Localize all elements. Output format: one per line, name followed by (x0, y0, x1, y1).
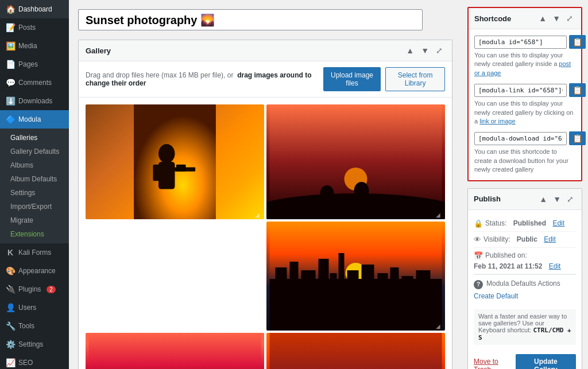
published-label: Published on: (485, 251, 527, 259)
visibility-value: Public (517, 235, 537, 243)
shortcode-group-2: 📋 You can use this to display your newly… (474, 83, 575, 126)
plugins-badge: 2 (47, 286, 56, 293)
shortcode-input-1[interactable] (474, 36, 567, 49)
submenu-albums[interactable]: Albums (0, 158, 69, 172)
shortcode-panel-controls: ▲ ▼ ⤢ (536, 13, 575, 24)
sidebar-item-media[interactable]: 🖼️ Media (0, 37, 69, 55)
submenu-extensions[interactable]: Extensions (0, 227, 69, 241)
gallery-header: Gallery ▲ ▼ ⤢ (79, 40, 452, 61)
pages-icon: 📄 (6, 60, 15, 69)
sidebar-item-kali-forms[interactable]: K Kali Forms (0, 243, 69, 262)
publish-collapse-up[interactable]: ▲ (537, 193, 550, 205)
svg-rect-14 (340, 204, 349, 218)
submenu-gallery-defaults[interactable]: Gallery Defaults (0, 145, 69, 158)
sidebar-item-comments[interactable]: 💬 Comments (0, 73, 69, 92)
gallery-drag-text: Drag and drop files here (max 16 MB per … (86, 71, 323, 87)
submenu-migrate[interactable]: Migrate (0, 213, 69, 227)
submenu-galleries[interactable]: Galleries (0, 131, 69, 145)
svg-rect-23 (339, 253, 345, 331)
tools-icon: 🔧 (6, 321, 15, 331)
shortcode-input-2[interactable] (474, 84, 567, 97)
status-edit-link[interactable]: Edit (552, 219, 564, 227)
media-icon: 🖼️ (6, 41, 15, 51)
sidebar-item-seo[interactable]: 📈 SEO (0, 354, 69, 369)
svg-rect-40 (270, 333, 442, 369)
sidebar-item-settings[interactable]: ⚙️ Settings (0, 335, 69, 354)
gallery-image-4[interactable] (86, 333, 264, 369)
copy-shortcode-1-button[interactable]: 📋 (569, 35, 586, 49)
update-gallery-button[interactable]: Update Gallery (516, 354, 576, 369)
kali-icon: K (6, 248, 15, 257)
sidebar-item-downloads[interactable]: ⬇️ Downloads (0, 92, 69, 110)
submenu-album-defaults[interactable]: Album Defaults (0, 172, 69, 186)
shortcode-group-3: 📋 You can use this shortcode to create a… (474, 131, 575, 174)
sidebar-item-posts[interactable]: 📝 Posts (0, 18, 69, 37)
gallery-image-3[interactable] (266, 222, 445, 331)
modula-defaults-section: ? Modula Defaults Actions Create Default (474, 274, 576, 305)
right-sidebar-content: Shortcode ▲ ▼ ⤢ 📋 (462, 0, 588, 369)
publish-action-buttons: Move to Trash Update Gallery (474, 349, 576, 369)
upload-image-files-button[interactable]: Upload image files (323, 67, 381, 91)
copy-shortcode-2-button[interactable]: 📋 (569, 83, 586, 97)
post-or-page-link[interactable]: post or a page (474, 60, 571, 76)
gallery-action-buttons: Upload image files Select from Library (323, 67, 445, 91)
svg-rect-24 (347, 270, 359, 331)
gallery-collapse-up-button[interactable]: ▲ (404, 45, 416, 56)
gallery-image-1[interactable] (86, 104, 264, 219)
gallery-header-controls: ▲ ▼ ⤢ (404, 45, 445, 56)
posts-icon: 📝 (6, 23, 15, 32)
gallery-image-5[interactable] (266, 333, 445, 369)
shortcode-collapse-up[interactable]: ▲ (536, 13, 549, 24)
editor-area: Gallery ▲ ▼ ⤢ Drag and drop files here (… (69, 0, 462, 369)
sidebar-item-tools[interactable]: 🔧 Tools (0, 317, 69, 335)
svg-rect-0 (134, 104, 216, 219)
shortcode-input-3[interactable] (474, 132, 567, 145)
calendar-icon: 📅 (474, 251, 483, 260)
copy-shortcode-3-button[interactable]: 📋 (569, 131, 586, 145)
publish-panel-controls: ▲ ▼ ⤢ (537, 193, 576, 205)
visibility-icon: 👁 (474, 235, 481, 244)
shortcode-expand[interactable]: ⤢ (564, 13, 575, 24)
comments-icon: 💬 (6, 78, 15, 87)
gallery-image-2[interactable] (266, 104, 445, 219)
select-from-library-button[interactable]: Select from Library (385, 67, 445, 91)
gallery-expand-button[interactable]: ⤢ (434, 45, 445, 56)
svg-rect-21 (319, 259, 329, 331)
submenu-import-export[interactable]: Import/Export (0, 200, 69, 213)
svg-point-9 (320, 185, 334, 201)
submenu-settings[interactable]: Settings (0, 186, 69, 200)
svg-rect-31 (89, 333, 261, 369)
svg-rect-20 (301, 270, 316, 331)
create-default-link[interactable]: Create Default (474, 292, 576, 300)
shortcode-collapse-down[interactable]: ▼ (550, 13, 563, 24)
content-area: Gallery ▲ ▼ ⤢ Drag and drop files here (… (69, 0, 588, 369)
sidebar-item-plugins[interactable]: 🔌 Plugins 2 (0, 280, 69, 298)
visibility-edit-link[interactable]: Edit (544, 235, 556, 243)
gallery-panel-title: Gallery (86, 46, 111, 55)
gallery-toolbar: Drag and drop files here (max 16 MB per … (79, 61, 452, 98)
published-edit-link[interactable]: Edit (549, 262, 561, 270)
link-or-image-link[interactable]: link or image (479, 118, 515, 125)
publish-visibility-row: 👁 Visibility: Public Edit (474, 232, 576, 248)
svg-rect-2 (158, 162, 175, 189)
sidebar-item-pages[interactable]: 📄 Pages (0, 55, 69, 73)
svg-rect-28 (402, 276, 413, 331)
svg-rect-12 (354, 196, 369, 218)
sidebar-item-appearance[interactable]: 🎨 Appearance (0, 262, 69, 280)
publish-collapse-down[interactable]: ▼ (551, 193, 563, 205)
sidebar-item-dashboard[interactable]: 🏠 Dashboard (0, 0, 69, 18)
status-icon: 🔒 (474, 219, 483, 228)
move-to-trash-link[interactable]: Move to Trash (474, 358, 516, 369)
shortcode-desc-3: You can use this shortcode to create a d… (474, 147, 575, 174)
gallery-collapse-down-button[interactable]: ▼ (419, 45, 431, 56)
plugins-icon: 🔌 (6, 285, 15, 294)
users-icon: 👤 (6, 303, 15, 312)
published-value: Feb 11, 2021 at 11:52 (474, 262, 542, 270)
shortcode-panel: Shortcode ▲ ▼ ⤢ 📋 (467, 7, 582, 181)
svg-rect-27 (390, 267, 399, 331)
sidebar-item-modula[interactable]: 🔷 Modula (0, 110, 69, 129)
sidebar-item-users[interactable]: 👤 Users (0, 298, 69, 317)
page-title-input[interactable] (78, 9, 423, 30)
publish-expand[interactable]: ⤢ (564, 193, 576, 205)
dashboard-icon: 🏠 (6, 5, 15, 14)
